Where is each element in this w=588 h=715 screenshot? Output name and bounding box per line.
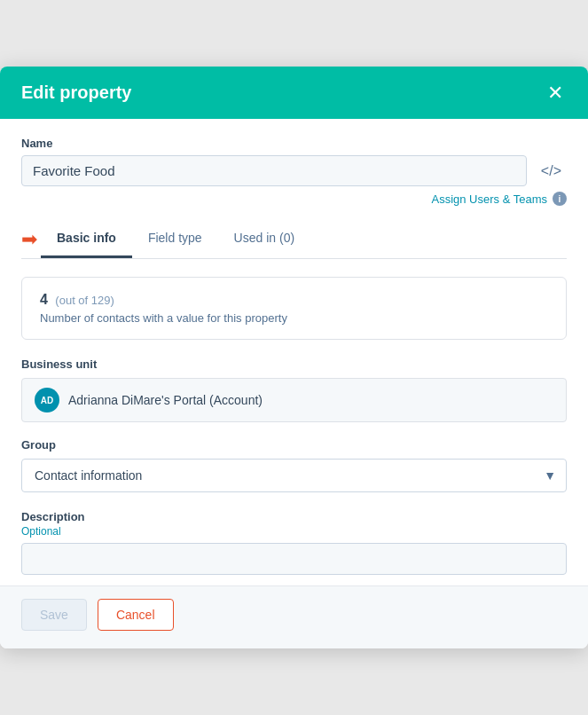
edit-property-modal: Edit property ✕ Name </> Assign Users & … <box>0 67 588 648</box>
code-view-button[interactable]: </> <box>536 160 567 183</box>
name-input[interactable] <box>21 155 527 186</box>
modal-body: Name </> Assign Users & Teams i ➡ Basic … <box>0 119 588 585</box>
close-icon: ✕ <box>547 83 563 103</box>
close-button[interactable]: ✕ <box>544 83 567 103</box>
assign-link-row: Assign Users & Teams i <box>21 192 567 206</box>
stats-number: 4 <box>40 292 48 307</box>
group-select-wrapper: Contact information Social media Email P… <box>21 459 567 492</box>
tab-content: 4 (out of 129) Number of contacts with a… <box>21 259 567 585</box>
tab-used-in[interactable]: Used in (0) <box>218 220 310 258</box>
name-row: </> <box>21 155 567 186</box>
name-label: Name <box>21 137 567 150</box>
stats-row: 4 (out of 129) <box>40 292 548 308</box>
info-icon[interactable]: i <box>553 192 567 206</box>
group-label: Group <box>21 438 567 452</box>
modal-footer: Save Cancel <box>0 585 588 648</box>
save-button[interactable]: Save <box>21 599 87 631</box>
description-optional: Optional <box>21 525 567 538</box>
code-icon: </> <box>541 163 561 179</box>
business-unit-row: AD Adrianna DiMare's Portal (Account) <box>21 378 567 422</box>
avatar-text: AD <box>41 396 53 405</box>
cancel-button[interactable]: Cancel <box>98 599 174 631</box>
business-unit-name: Adrianna DiMare's Portal (Account) <box>68 393 263 407</box>
avatar: AD <box>35 388 59 412</box>
assign-users-link[interactable]: Assign Users & Teams <box>431 192 547 206</box>
description-input[interactable] <box>21 543 567 575</box>
tab-basic-info[interactable]: Basic info <box>41 220 132 258</box>
stats-card: 4 (out of 129) Number of contacts with a… <box>21 277 567 340</box>
group-select[interactable]: Contact information Social media Email P… <box>21 459 567 492</box>
business-unit-label: Business unit <box>21 358 567 371</box>
stats-out-of: (out of 129) <box>55 294 114 307</box>
tabs-container: ➡ Basic info Field type Used in (0) <box>21 220 567 259</box>
modal-header: Edit property ✕ <box>0 67 588 119</box>
modal-title: Edit property <box>21 82 131 103</box>
description-label: Description <box>21 510 567 523</box>
stats-description: Number of contacts with a value for this… <box>40 311 548 325</box>
active-tab-arrow: ➡ <box>21 230 37 249</box>
tab-field-type[interactable]: Field type <box>132 220 218 258</box>
